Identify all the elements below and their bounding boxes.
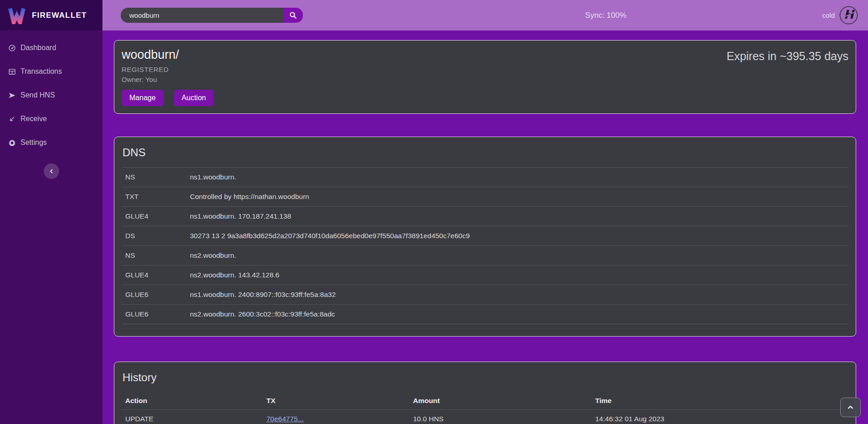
- dns-record-row: GLUE4 ns2.woodburn. 143.42.128.6: [122, 266, 848, 285]
- auction-button[interactable]: Auction: [174, 90, 214, 106]
- sidebar-item-label: Settings: [20, 138, 47, 147]
- dns-record-row: GLUE6 ns1.woodburn. 2400:8907::f03c:93ff…: [122, 285, 848, 305]
- history-col-tx: TX: [263, 392, 409, 410]
- dns-table: NS ns1.woodburn. TXT Controlled by https…: [122, 167, 848, 324]
- dns-record-value: 30273 13 2 9a3a8fb3d625d2a2073d740f10da6…: [186, 226, 848, 245]
- history-col-time: Time: [592, 392, 848, 410]
- manage-button[interactable]: Manage: [122, 90, 163, 106]
- tx-link[interactable]: 70e64775...: [266, 415, 304, 423]
- history-title: History: [123, 371, 848, 384]
- dns-record-type: NS: [122, 168, 186, 187]
- dns-record-row: NS ns2.woodburn.: [122, 246, 848, 266]
- sidebar-nav: Dashboard Transactions Send HNS: [0, 31, 102, 154]
- dns-record-value: Controlled by https://nathan.woodburn: [186, 187, 848, 206]
- paper-plane-icon: [8, 91, 16, 99]
- gear-icon: [8, 138, 16, 147]
- wallet-name: cold: [822, 11, 835, 19]
- history-action: UPDATE: [122, 410, 263, 424]
- sidebar-item-label: Receive: [20, 115, 47, 123]
- dns-record-type: GLUE6: [122, 285, 186, 304]
- history-amount: 10.0 HNS: [409, 410, 592, 424]
- dns-record-type: GLUE4: [122, 266, 186, 285]
- content-area: woodburn/ REGISTERED Owner: You Manage A…: [102, 31, 868, 424]
- firewallet-logo-icon: [7, 7, 26, 24]
- logo-bar: FIREWALLET: [0, 0, 102, 31]
- sidebar-item-dashboard[interactable]: Dashboard: [0, 36, 102, 60]
- scroll-to-top-button[interactable]: [840, 398, 861, 417]
- owner-label: Owner: You: [122, 76, 214, 83]
- search-icon: [289, 11, 297, 19]
- sidebar-item-label: Dashboard: [20, 44, 56, 52]
- gauge-icon: [8, 44, 16, 52]
- sync-status: Sync: 100%: [585, 11, 627, 20]
- brand-name: FIREWALLET: [32, 11, 87, 20]
- handshake-logo-icon[interactable]: H: [839, 6, 858, 25]
- expires-label: Expires in ~395.35 days: [726, 50, 848, 63]
- arrow-down-left-icon: [8, 115, 16, 123]
- dns-record-type: DS: [122, 226, 186, 245]
- domain-card: woodburn/ REGISTERED Owner: You Manage A…: [114, 40, 856, 114]
- search-input[interactable]: [121, 8, 283, 23]
- sidebar-item-settings[interactable]: Settings: [0, 131, 102, 154]
- dns-record-row: TXT Controlled by https://nathan.woodbur…: [122, 187, 848, 207]
- dns-record-type: GLUE4: [122, 207, 186, 226]
- sidebar-collapse-button[interactable]: [44, 163, 59, 179]
- dns-record-value: ns2.woodburn. 143.42.128.6: [186, 266, 848, 285]
- history-card: History Action TX Amount Time UPDATE 70e…: [114, 362, 856, 424]
- dns-title: DNS: [123, 146, 848, 159]
- table-icon: [8, 67, 16, 76]
- domain-title: woodburn/: [122, 48, 214, 62]
- history-col-action: Action: [122, 392, 263, 410]
- chevron-up-icon: [847, 404, 854, 411]
- app-window: FIREWALLET Dashboard Transactions: [0, 0, 868, 424]
- history-col-amount: Amount: [409, 392, 592, 410]
- sidebar-item-label: Send HNS: [20, 91, 55, 99]
- dns-record-row: NS ns1.woodburn.: [122, 168, 848, 187]
- history-time: 14:46:32 01 Aug 2023: [592, 410, 848, 424]
- sidebar: FIREWALLET Dashboard Transactions: [0, 0, 102, 424]
- dns-record-row: GLUE4 ns1.woodburn. 170.187.241.138: [122, 207, 848, 226]
- dns-record-type: NS: [122, 246, 186, 265]
- dns-record-value: ns2.woodburn.: [186, 246, 848, 265]
- search-button[interactable]: [283, 8, 303, 23]
- sidebar-item-transactions[interactable]: Transactions: [0, 60, 102, 83]
- dns-record-value: ns1.woodburn. 170.187.241.138: [186, 207, 848, 226]
- domain-card-left: woodburn/ REGISTERED Owner: You Manage A…: [122, 46, 214, 106]
- dns-record-row: DS 30273 13 2 9a3a8fb3d625d2a2073d740f10…: [122, 226, 848, 246]
- sidebar-item-send-hns[interactable]: Send HNS: [0, 83, 102, 107]
- dns-record-value: ns2.woodburn. 2600:3c02::f03c:93ff:fe5a:…: [186, 305, 848, 324]
- wallet-group: cold H: [822, 6, 858, 25]
- sidebar-item-receive[interactable]: Receive: [0, 107, 102, 131]
- history-table: Action TX Amount Time UPDATE 70e64775...…: [122, 392, 848, 424]
- dns-card: DNS NS ns1.woodburn. TXT Controlled by h…: [114, 137, 856, 337]
- dns-record-value: ns1.woodburn. 2400:8907::f03c:93ff:fe5a:…: [186, 285, 848, 304]
- main-column: Sync: 100% cold H woodburn/ REGISTERED: [102, 0, 868, 424]
- domain-actions: Manage Auction: [122, 90, 214, 106]
- dns-record-type: GLUE6: [122, 305, 186, 324]
- dns-record-type: TXT: [122, 187, 186, 206]
- sidebar-item-label: Transactions: [20, 67, 62, 76]
- dns-record-row: GLUE6 ns2.woodburn. 2600:3c02::f03c:93ff…: [122, 305, 848, 324]
- search-group: [121, 8, 303, 23]
- topbar: Sync: 100% cold H: [102, 0, 868, 31]
- chevron-left-icon: [49, 169, 54, 174]
- dns-record-value: ns1.woodburn.: [186, 168, 848, 187]
- status-label: REGISTERED: [122, 66, 214, 73]
